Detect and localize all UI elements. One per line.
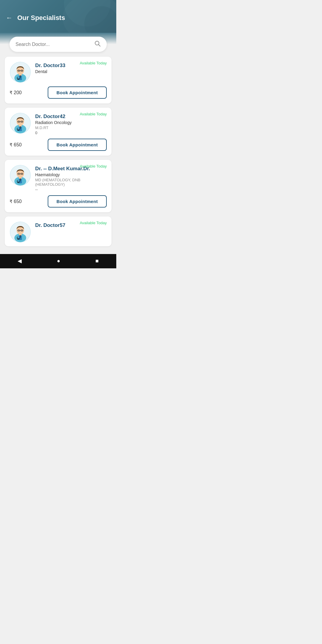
doctor-card: Available Today	[5, 57, 112, 103]
back-button[interactable]: ←	[6, 14, 13, 22]
doctor-price: ₹ 650	[10, 199, 22, 204]
search-icon	[94, 40, 101, 48]
doctor-extra: 0	[35, 131, 107, 135]
doctor-avatar	[10, 61, 31, 83]
svg-point-11	[18, 70, 19, 71]
doctor-credentials: MD (HEMATOLOGY, DNB (HEMATOLOGY)	[35, 178, 107, 187]
availability-badge: Available Today	[80, 164, 107, 168]
navigation-bar: ◀ ● ■	[0, 254, 116, 268]
svg-point-12	[21, 70, 22, 71]
svg-point-41	[17, 238, 19, 240]
doctor-list: Available Today	[0, 57, 116, 251]
book-appointment-button[interactable]: Book Appointment	[48, 86, 107, 99]
rupee-symbol: ₹	[10, 142, 13, 148]
doctor-price: ₹ 650	[10, 142, 22, 148]
svg-point-36	[21, 174, 22, 174]
book-appointment-button[interactable]: Book Appointment	[48, 195, 107, 208]
rupee-symbol: ₹	[10, 90, 13, 95]
search-bar	[10, 37, 107, 52]
svg-line-1	[99, 45, 100, 47]
doctor-specialty: Dental	[35, 69, 107, 74]
search-input[interactable]	[16, 42, 94, 47]
doctor-avatar	[10, 165, 31, 186]
doctor-credentials: M.D.RT	[35, 126, 107, 130]
doctor-price: ₹ 200	[10, 90, 22, 95]
price-value: 650	[14, 142, 22, 148]
doctor-card: Available Today	[5, 216, 112, 246]
doctor-specialty: Haematology	[35, 172, 107, 177]
availability-badge: Available Today	[80, 61, 107, 65]
page-title: Our Specialists	[17, 14, 65, 22]
doctor-avatar	[10, 221, 31, 243]
doctor-card: Available Today	[5, 108, 112, 156]
nav-home-button[interactable]: ●	[57, 258, 60, 264]
availability-badge: Available Today	[80, 221, 107, 225]
svg-point-24	[21, 121, 22, 122]
doctor-extra: --	[35, 187, 107, 192]
price-value: 200	[14, 90, 22, 95]
book-appointment-button[interactable]: Book Appointment	[48, 139, 107, 151]
doctor-specialty: Radiation Oncology	[35, 120, 107, 125]
svg-point-48	[21, 230, 22, 231]
svg-point-17	[17, 129, 19, 131]
doctor-card: Available Today	[5, 160, 112, 212]
svg-point-29	[17, 182, 19, 183]
nav-recents-button[interactable]: ■	[95, 258, 99, 264]
svg-point-47	[18, 230, 19, 231]
nav-back-button[interactable]: ◀	[18, 258, 22, 264]
rupee-symbol: ₹	[10, 199, 13, 204]
availability-badge: Available Today	[80, 112, 107, 116]
header: ← Our Specialists	[0, 0, 116, 33]
doctor-avatar	[10, 112, 31, 134]
svg-point-5	[17, 78, 19, 80]
price-value: 650	[14, 199, 22, 204]
svg-point-35	[18, 174, 19, 174]
svg-point-23	[18, 121, 19, 122]
